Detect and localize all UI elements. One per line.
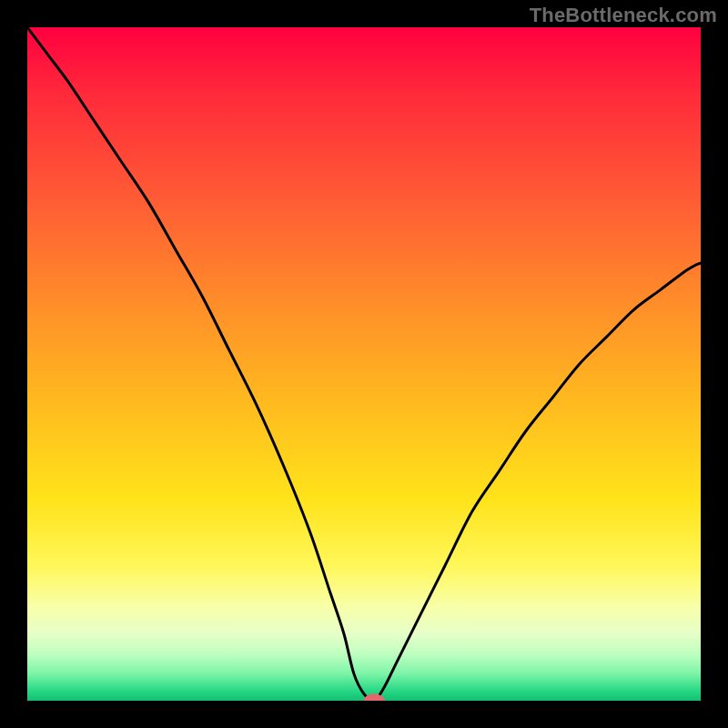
chart-frame: TheBottleneck.com	[0, 0, 728, 728]
watermark-text: TheBottleneck.com	[530, 4, 717, 27]
plot-area	[27, 27, 701, 701]
bottleneck-chart	[27, 27, 701, 701]
gradient-background	[27, 27, 701, 701]
